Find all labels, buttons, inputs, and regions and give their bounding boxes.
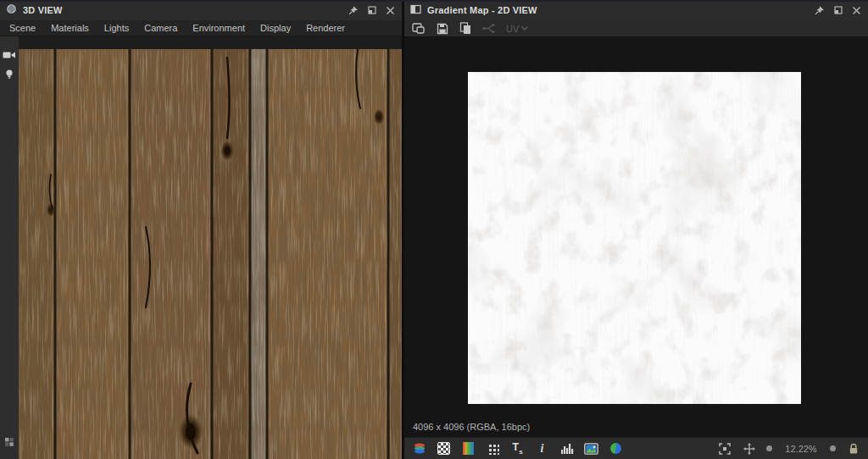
menu-renderer[interactable]: Renderer [298, 20, 353, 36]
menu-materials[interactable]: Materials [43, 20, 97, 36]
menu-camera[interactable]: Camera [136, 20, 185, 36]
copy-icon[interactable] [459, 22, 471, 36]
menu-display[interactable]: Display [253, 20, 298, 36]
tiling-icon[interactable]: Ts [510, 441, 525, 456]
zoom-level: 12.22% [782, 444, 820, 454]
histogram-icon[interactable] [559, 441, 574, 456]
color-mode-icon[interactable] [609, 441, 623, 456]
3d-view-icon [6, 3, 17, 18]
float-icon[interactable] [832, 5, 843, 16]
duplicate-view-icon[interactable] [412, 22, 426, 36]
grid-icon[interactable] [486, 441, 500, 456]
uv-dropdown: UV [506, 22, 528, 36]
2d-view-bottom-toolbar: Ts i 12.22% [404, 437, 868, 459]
3d-view-menubar: Scene Materials Lights Camera Environmen… [0, 20, 402, 36]
compare-icon [482, 22, 495, 36]
close-icon[interactable] [851, 5, 862, 16]
3d-viewport[interactable] [0, 36, 402, 459]
gradient-icon[interactable] [461, 441, 476, 456]
save-icon[interactable] [437, 22, 448, 36]
2d-view-toolbar: UV [404, 20, 868, 37]
panel-title: Gradient Map - 2D VIEW [427, 5, 537, 15]
3d-view-side-toolbar [0, 36, 19, 459]
info-icon[interactable]: i [535, 441, 549, 456]
pin-icon[interactable] [348, 5, 359, 16]
application-window: 3D VIEW Scene Materials Lights Camera En… [0, 0, 868, 459]
2d-view-titlebar[interactable]: Gradient Map - 2D VIEW [404, 0, 868, 20]
panel-2d-view: Gradient Map - 2D VIEW [404, 0, 868, 459]
menu-scene[interactable]: Scene [2, 20, 43, 36]
2d-view-icon [410, 3, 421, 18]
camera-icon[interactable] [2, 47, 17, 63]
lock-icon[interactable] [846, 441, 860, 456]
wood-material-preview[interactable] [19, 49, 402, 459]
2d-canvas[interactable]: 4096 x 4096 (RGBA, 16bpc) [404, 37, 868, 437]
pan-icon[interactable] [742, 441, 756, 456]
menu-environment[interactable]: Environment [185, 20, 253, 36]
3d-view-titlebar[interactable]: 3D VIEW [0, 0, 402, 20]
channels-icon[interactable] [412, 441, 426, 456]
pin-icon[interactable] [814, 5, 825, 16]
chevron-down-icon [521, 26, 528, 30]
texture-image[interactable] [468, 72, 801, 404]
lightbulb-icon[interactable] [2, 67, 17, 82]
menu-lights[interactable]: Lights [97, 20, 136, 36]
zoom-out-button[interactable] [766, 445, 772, 451]
panel-3d-view: 3D VIEW Scene Materials Lights Camera En… [0, 0, 402, 459]
image-info-status: 4096 x 4096 (RGBA, 16bpc) [413, 422, 530, 432]
fit-frame-icon[interactable] [717, 441, 732, 456]
panel-title: 3D VIEW [23, 5, 63, 15]
zoom-in-button[interactable] [830, 445, 836, 451]
background-image-icon[interactable] [584, 441, 598, 456]
alpha-checker-icon[interactable] [437, 441, 451, 456]
float-icon[interactable] [366, 5, 377, 16]
stats-grid-icon[interactable] [2, 434, 17, 450]
close-icon[interactable] [385, 5, 396, 16]
uv-dropdown-label: UV [506, 24, 519, 34]
